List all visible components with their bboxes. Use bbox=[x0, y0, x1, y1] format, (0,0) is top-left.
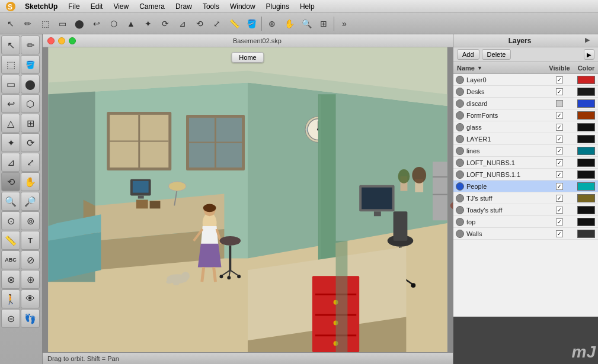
tb-polygon[interactable]: ⬡ bbox=[105, 15, 122, 32]
tool-rotate[interactable]: ⟳ bbox=[21, 133, 40, 152]
tool-push[interactable]: ⊞ bbox=[21, 114, 40, 133]
layer-color-swatch[interactable] bbox=[577, 230, 595, 238]
layer-row[interactable]: People✓ bbox=[453, 181, 598, 192]
tb-arc[interactable]: ↩ bbox=[88, 15, 105, 32]
tool-text[interactable]: T bbox=[21, 231, 40, 250]
tb-eraser[interactable]: ⬚ bbox=[37, 15, 53, 32]
layer-visible-checkbox[interactable]: ✓ bbox=[556, 183, 563, 190]
tool-move[interactable]: ✦ bbox=[1, 133, 20, 152]
layer-row[interactable]: LOFT_NURBS.1.1✓ bbox=[453, 169, 598, 181]
delete-layer-button[interactable]: Delete bbox=[482, 49, 511, 60]
layer-visible-cell[interactable]: ✓ bbox=[545, 183, 574, 190]
layer-row[interactable]: Toady's stuff✓ bbox=[453, 204, 598, 216]
tb-rect[interactable]: ▭ bbox=[54, 15, 71, 32]
layer-color-swatch[interactable] bbox=[577, 159, 595, 167]
tool-dim[interactable]: ⊛ bbox=[21, 270, 40, 289]
layer-color-swatch[interactable] bbox=[577, 123, 595, 131]
tb-orbit[interactable]: ⊕ bbox=[264, 15, 280, 32]
layer-color-swatch[interactable] bbox=[577, 111, 595, 120]
menu-view[interactable]: View bbox=[108, 1, 133, 12]
layer-color-swatch[interactable] bbox=[577, 170, 595, 179]
layer-row[interactable]: LAYER1✓ bbox=[453, 133, 598, 145]
menu-plugins[interactable]: Plugins bbox=[261, 1, 294, 12]
tb-rotate[interactable]: ⟳ bbox=[157, 15, 174, 32]
tool-offset[interactable]: ⤢ bbox=[21, 153, 40, 172]
layer-visible-checkbox[interactable]: ✓ bbox=[556, 230, 563, 237]
menu-window[interactable]: Window bbox=[225, 1, 260, 12]
layer-visible-cell[interactable]: ✓ bbox=[545, 218, 574, 226]
layer-visible-checkbox[interactable]: ✓ bbox=[556, 218, 563, 226]
tool-orbit[interactable]: ⟲ bbox=[1, 172, 20, 191]
tb-paint[interactable]: 🪣 bbox=[243, 15, 260, 32]
tb-offset[interactable]: ⤢ bbox=[209, 15, 225, 32]
tb-select[interactable]: ↖ bbox=[2, 15, 19, 32]
layer-color-swatch[interactable] bbox=[577, 88, 595, 96]
layer-visible-checkbox[interactable]: ✓ bbox=[556, 88, 563, 95]
tb-more[interactable]: » bbox=[336, 15, 353, 32]
layer-visible-cell[interactable]: ✓ bbox=[545, 88, 574, 95]
tool-zoomwin[interactable]: 🔎 bbox=[21, 192, 40, 211]
tb-pushpull[interactable]: ▲ bbox=[123, 15, 139, 32]
tool-pan[interactable]: ✋ bbox=[21, 172, 40, 191]
layer-row[interactable]: FormFonts✓ bbox=[453, 109, 598, 121]
layer-visible-cell[interactable]: ✓ bbox=[545, 76, 574, 83]
layer-visible-checkbox[interactable]: ✓ bbox=[556, 136, 563, 143]
layer-color-swatch[interactable] bbox=[577, 182, 595, 191]
tb-pencil[interactable]: ✏ bbox=[20, 15, 36, 32]
tb-tape[interactable]: 📏 bbox=[226, 15, 242, 32]
close-button[interactable] bbox=[47, 37, 55, 44]
layer-visible-checkbox[interactable]: ✓ bbox=[556, 112, 563, 119]
layer-visible-cell[interactable]: ✓ bbox=[545, 230, 574, 237]
tool-rect[interactable]: ▭ bbox=[1, 75, 20, 94]
tool-pos-cam[interactable]: ⊜ bbox=[1, 309, 20, 328]
layer-visible-checkbox[interactable]: ✓ bbox=[556, 147, 563, 154]
layer-visible-checkbox[interactable]: ✓ bbox=[556, 124, 563, 131]
layer-row[interactable]: lines✓ bbox=[453, 145, 598, 157]
layer-row[interactable]: TJ's stuff✓ bbox=[453, 192, 598, 204]
tool-section[interactable]: ⊘ bbox=[21, 250, 40, 269]
layer-row[interactable]: glass✓ bbox=[453, 121, 598, 133]
tb-scale[interactable]: ⊿ bbox=[174, 15, 191, 32]
layer-visible-cell[interactable]: ✓ bbox=[545, 147, 574, 154]
layer-row[interactable]: top✓ bbox=[453, 216, 598, 228]
tool-axes[interactable]: ⊗ bbox=[1, 270, 20, 289]
menu-camera[interactable]: Camera bbox=[135, 1, 170, 12]
layer-color-swatch[interactable] bbox=[577, 76, 595, 84]
tool-foot[interactable]: 👣 bbox=[21, 309, 40, 328]
layer-visible-checkbox[interactable]: ✓ bbox=[556, 207, 563, 214]
add-layer-button[interactable]: Add bbox=[457, 49, 479, 60]
tb-followme[interactable]: ⟲ bbox=[191, 15, 208, 32]
layer-color-swatch[interactable] bbox=[577, 194, 595, 202]
layer-visible-cell[interactable] bbox=[545, 100, 574, 107]
tool-zoom[interactable]: 🔍 bbox=[1, 192, 20, 211]
tool-tape[interactable]: 📏 bbox=[1, 231, 20, 250]
layer-visible-cell[interactable]: ✓ bbox=[545, 207, 574, 214]
layer-visible-cell[interactable]: ✓ bbox=[545, 195, 574, 202]
tb-move[interactable]: ✦ bbox=[140, 15, 156, 32]
tool-scale[interactable]: ⊿ bbox=[1, 153, 20, 172]
tool-circle[interactable]: ⬤ bbox=[21, 75, 40, 94]
layer-row[interactable]: Layer0✓ bbox=[453, 74, 598, 86]
tool-lookat[interactable]: 👁 bbox=[21, 289, 40, 308]
layer-visible-checkbox[interactable]: ✓ bbox=[556, 171, 563, 178]
layer-visible-checkbox[interactable]: ✓ bbox=[556, 76, 563, 83]
tb-zoomext[interactable]: ⊞ bbox=[315, 15, 332, 32]
layer-row[interactable]: Walls✓ bbox=[453, 228, 598, 240]
tool-walk[interactable]: 🚶 bbox=[1, 289, 20, 308]
menu-help[interactable]: Help bbox=[295, 1, 319, 12]
tool-select[interactable]: ↖ bbox=[1, 36, 20, 54]
menu-sketchup[interactable]: SketchUp bbox=[20, 1, 62, 12]
layer-row[interactable]: discard bbox=[453, 98, 598, 109]
minimize-button[interactable] bbox=[58, 37, 65, 44]
layer-color-swatch[interactable] bbox=[577, 206, 595, 214]
layer-color-swatch[interactable] bbox=[577, 218, 595, 226]
layer-row[interactable]: LOFT_NURBS.1✓ bbox=[453, 157, 598, 169]
menu-file[interactable]: File bbox=[63, 1, 84, 12]
menu-draw[interactable]: Draw bbox=[171, 1, 197, 12]
tb-circle[interactable]: ⬤ bbox=[71, 15, 88, 32]
tool-prev-view[interactable]: ⊚ bbox=[21, 211, 40, 230]
tool-zoomext[interactable]: ⊙ bbox=[1, 211, 20, 230]
layer-visible-checkbox[interactable] bbox=[556, 100, 563, 107]
tool-pencil[interactable]: ✏ bbox=[21, 36, 40, 54]
tool-triangle[interactable]: △ bbox=[1, 114, 20, 133]
